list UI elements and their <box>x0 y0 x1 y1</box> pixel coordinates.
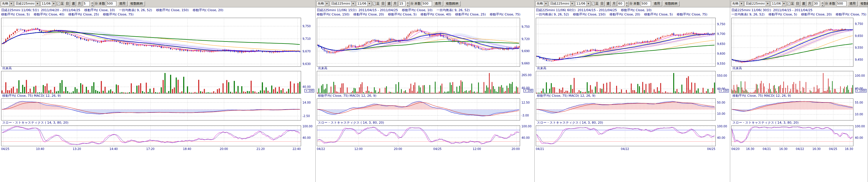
ashi-checkbox[interactable]: ✓ <box>592 2 595 5</box>
chart-title-line1: 日経225mini 11/06( 60分) 2011/04/15 - 2011/… <box>536 8 729 12</box>
chart-area: 出来高 × 100 移動平均( Close, 75) MACD( 12, 26,… <box>316 17 534 154</box>
market-select[interactable]: 先物 ▼ <box>731 1 744 6</box>
day-button[interactable]: 日 <box>599 1 605 6</box>
session-select[interactable]: 11/06 ▼ <box>771 1 786 6</box>
apply-button[interactable]: 適用 <box>847 1 858 6</box>
volume-label: 出来高 <box>733 66 742 70</box>
symbol-select-value: 日経225mini <box>550 1 569 6</box>
spin-up-icon[interactable]: ▲ <box>821 1 824 4</box>
bars-count-label: 本数 <box>829 1 835 6</box>
spin-up-icon[interactable]: ▲ <box>625 1 629 4</box>
bars-input[interactable] <box>641 1 651 6</box>
stochastics-label: スロー・ストキャスティクス ( 14, 3, 80, 20) <box>318 120 384 125</box>
chart-canvas[interactable] <box>316 17 534 154</box>
chart-canvas[interactable] <box>535 17 730 154</box>
ashi-checkbox[interactable]: ✓ <box>787 2 790 5</box>
interval-spinner[interactable]: ▲▼ <box>821 1 824 6</box>
day-button[interactable]: 日 <box>380 1 386 6</box>
interval-input[interactable] <box>618 1 624 6</box>
market-select[interactable]: 先物 ▼ <box>1 1 13 6</box>
symbol-select[interactable]: 日経225mini ▼ <box>330 1 355 6</box>
spin-down-icon[interactable]: ▼ <box>625 4 629 7</box>
interval-input[interactable] <box>399 1 405 6</box>
chart-area: 出来高 × 1000 移動平均( Close, 75) MACD( 12, 26… <box>731 17 867 154</box>
bars-input[interactable] <box>836 1 846 6</box>
ashi-label: 足 <box>791 1 794 6</box>
chart-canvas[interactable] <box>731 17 867 154</box>
symbol-select[interactable]: 日経225mini ▼ <box>14 1 40 6</box>
apply-button[interactable]: 適用 <box>117 1 127 6</box>
minute-unit-label: 分 <box>825 1 828 6</box>
symbol-select[interactable]: 日経225mini ▼ <box>549 1 575 6</box>
week-button[interactable]: 週 <box>71 1 76 6</box>
market-select[interactable]: 先物 ▼ <box>535 1 548 6</box>
macd-label: 移動平均( Close, 75) MACD( 12, 26, 9) <box>2 94 61 98</box>
month-button[interactable]: 月 <box>393 1 398 6</box>
multi-symbol-button[interactable]: 複数銘柄 <box>128 1 145 6</box>
month-button[interactable]: 月 <box>77 1 82 6</box>
market-select-value: 先物 <box>2 1 8 6</box>
chart-panel: 先物 ▼ 日経225mini ▼ 11/06 ▼ ✓ 足 日 週 月 ▲▼ 分 … <box>535 0 730 182</box>
multi-symbol-button[interactable]: 複数銘柄 <box>663 1 680 6</box>
chart-title: 日経225mini 11/06( 60分) 2011/04/15 - 2011/… <box>535 7 730 17</box>
ashi-label: 足 <box>595 1 599 6</box>
chevron-down-icon: ▼ <box>52 1 56 6</box>
panels-container: 先物 ▼ 日経225mini ▼ 11/06 ▼ ✓ 足 日 週 月 ▲▼ 分 … <box>0 0 868 182</box>
session-select[interactable]: 11/06 ▼ <box>575 1 591 6</box>
day-button[interactable]: 日 <box>795 1 800 6</box>
interval-spinner[interactable]: ▲▼ <box>91 1 94 6</box>
chevron-down-icon: ▼ <box>739 1 743 6</box>
symbol-select[interactable]: 日経225mini ▼ <box>744 1 770 6</box>
spin-up-icon[interactable]: ▲ <box>91 1 94 4</box>
macd-label: 移動平均( Close, 75) MACD( 12, 26, 9) <box>733 94 791 98</box>
chevron-down-icon: ▼ <box>9 1 13 6</box>
ashi-checkbox[interactable]: ✓ <box>373 2 376 5</box>
multi-symbol-button[interactable]: 複数銘柄 <box>859 1 868 6</box>
market-select-value: 先物 <box>732 1 739 6</box>
interval-spinner[interactable]: ▲▼ <box>406 1 410 6</box>
panel-toolbar: 先物 ▼ 日経225mini ▼ 11/06 ▼ ✓ 足 日 週 月 ▲▼ 分 … <box>316 0 534 7</box>
symbol-select-value: 日経225mini <box>331 1 350 6</box>
chevron-down-icon: ▼ <box>325 1 329 6</box>
spin-down-icon[interactable]: ▼ <box>406 4 410 7</box>
chevron-down-icon: ▼ <box>35 1 39 6</box>
week-button[interactable]: 週 <box>606 1 611 6</box>
ashi-checkbox[interactable]: ✓ <box>57 2 60 5</box>
market-select[interactable]: 先物 ▼ <box>316 1 329 6</box>
day-button[interactable]: 日 <box>65 1 70 6</box>
market-select-value: 先物 <box>537 1 543 6</box>
interval-input[interactable] <box>83 1 90 6</box>
month-button[interactable]: 月 <box>807 1 812 6</box>
month-button[interactable]: 月 <box>612 1 617 6</box>
chart-canvas[interactable] <box>1 17 315 154</box>
chart-area: 出来高 × 100 移動平均( Close, 75) MACD( 12, 26,… <box>535 17 729 154</box>
minute-unit-label: 分 <box>629 1 633 6</box>
week-button[interactable]: 週 <box>801 1 806 6</box>
interval-input[interactable] <box>813 1 820 6</box>
spin-up-icon[interactable]: ▲ <box>406 1 410 4</box>
stochastics-label: スロー・ストキャスティクス ( 14, 3, 80, 20) <box>2 120 68 125</box>
chart-title-line1: 日経225mini 11/06( 15分) 2011/04/15 - 2011/… <box>317 8 533 12</box>
bars-count-label: 本数 <box>633 1 640 6</box>
bars-input[interactable] <box>106 1 116 6</box>
session-select[interactable]: 11/06 ▼ <box>40 1 56 6</box>
ashi-label: 足 <box>376 1 380 6</box>
market-select-value: 先物 <box>318 1 324 6</box>
apply-button[interactable]: 適用 <box>652 1 662 6</box>
bars-input[interactable] <box>422 1 432 6</box>
minute-unit-label: 分 <box>410 1 414 6</box>
chevron-down-icon: ▼ <box>586 1 590 6</box>
volume-unit-badge: × 100 <box>305 89 314 92</box>
spin-down-icon[interactable]: ▼ <box>821 4 824 7</box>
chart-title: 日経225mini 11/06( 5分) 2011/04/20 - 2011/0… <box>0 7 315 17</box>
chart-title-line1: 日経225mini 11/06( 30分) 2011/04/15 - 2011/… <box>731 8 867 12</box>
chart-panel: 先物 ▼ 日経225mini ▼ 11/06 ▼ ✓ 足 日 週 月 ▲▼ 分 … <box>0 0 316 182</box>
session-select[interactable]: 11/06 ▼ <box>356 1 372 6</box>
multi-symbol-button[interactable]: 複数銘柄 <box>444 1 461 6</box>
apply-button[interactable]: 適用 <box>433 1 443 6</box>
week-button[interactable]: 週 <box>386 1 392 6</box>
spin-down-icon[interactable]: ▼ <box>91 4 94 7</box>
chart-area: 出来高 × 100 移動平均( Close, 75) MACD( 12, 26,… <box>1 17 315 154</box>
interval-spinner[interactable]: ▲▼ <box>625 1 629 6</box>
chart-title-line2: 一目均衡表( 9, 26, 52) 移動平均( Close, 5) 移動平均( … <box>731 12 867 17</box>
